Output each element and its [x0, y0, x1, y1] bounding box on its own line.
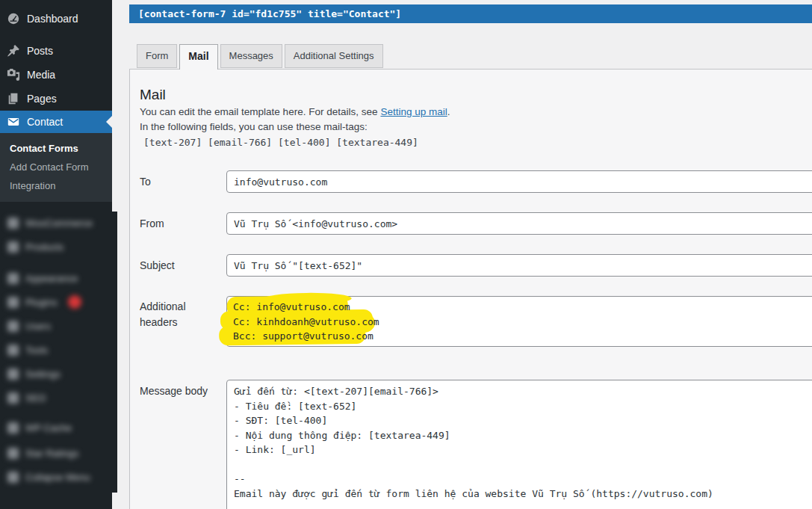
field-row-to: To [140, 170, 812, 193]
contact-submenu: Contact Forms Add Contact Form Integrati… [0, 133, 112, 202]
sidebar-item-label: Posts [27, 45, 53, 57]
sidebar-item-settings[interactable]: Settings [0, 363, 117, 385]
sidebar-item-label: Media [27, 69, 55, 81]
media-icon [7, 68, 20, 81]
sidebar-item-users[interactable]: Users [0, 315, 117, 337]
sidebar-item-contact[interactable]: Contact [0, 111, 112, 133]
wordpress-admin-screen: Dashboard Posts Media Pages Contact Cont… [0, 0, 812, 509]
sidebar-item-label: Dashboard [27, 13, 78, 25]
menu-icon [7, 218, 19, 229]
subject-input[interactable] [226, 254, 812, 277]
sidebar-item-pages[interactable]: Pages [0, 87, 112, 111]
envelope-icon [7, 115, 20, 129]
message-body-textarea[interactable]: Gửi đến từ: <[text-207][email-766]> - Ti… [226, 380, 812, 509]
shortcode-input[interactable]: [contact-form-7 id="fd1c755" title="Cont… [129, 4, 812, 23]
field-row-subject: Subject [140, 254, 812, 277]
sidebar-item-plugins[interactable]: Plugins [0, 291, 117, 313]
subject-label: Subject [140, 254, 223, 277]
to-input[interactable] [226, 170, 812, 193]
tab-messages[interactable]: Messages [220, 44, 282, 68]
sidebar-item-products[interactable]: Products [0, 235, 117, 258]
description-line-1: You can edit the email template here. Fo… [140, 105, 450, 120]
menu-icon [7, 273, 19, 284]
menu-icon [7, 321, 19, 332]
mail-panel: Mail You can edit the email template her… [129, 69, 812, 509]
blurred-sidebar-section: WooCommerce Products Appearance Plugins … [0, 212, 117, 493]
field-row-from: From [140, 212, 812, 235]
menu-icon [7, 368, 19, 380]
editor-tabs: Form Mail Messages Additional Settings [137, 44, 383, 70]
mail-tags-list: [text-207] [email-766] [tel-400] [textar… [140, 135, 450, 150]
panel-description: You can edit the email template here. Fo… [140, 105, 450, 150]
message-body-label: Message body [140, 380, 223, 402]
sidebar-item-collapse-menu[interactable]: Collapse Menu [0, 466, 117, 488]
panel-title: Mail [140, 87, 166, 103]
pages-icon [7, 92, 20, 105]
submenu-item-add-contact-form[interactable]: Add Contact Form [0, 158, 112, 176]
sidebar-item-star-ratings[interactable]: Star Ratings [0, 442, 117, 464]
additional-headers-textarea[interactable]: Cc: info@vutruso.com Cc: kinhdoanh@vutru… [226, 296, 812, 347]
tab-mail[interactable]: Mail [179, 44, 217, 70]
menu-icon [7, 345, 19, 356]
field-row-message-body: Message body Gửi đến từ: <[text-207][ema… [140, 380, 812, 509]
description-line-2: In the following fields, you can use the… [140, 120, 450, 135]
main-content: [contact-form-7 id="fd1c755" title="Cont… [112, 0, 812, 509]
sidebar-item-label: Contact [27, 116, 63, 128]
menu-icon [7, 448, 19, 459]
sidebar-item-label: Pages [27, 93, 57, 105]
to-label: To [140, 170, 223, 193]
from-input[interactable] [226, 212, 812, 235]
sidebar-item-media[interactable]: Media [0, 63, 112, 87]
sidebar-item-dashboard[interactable]: Dashboard [0, 7, 112, 31]
dashboard-icon [7, 12, 20, 25]
submenu-item-contact-forms[interactable]: Contact Forms [0, 139, 112, 158]
sidebar-item-appearance[interactable]: Appearance [0, 267, 117, 289]
menu-icon [7, 422, 19, 434]
sidebar-item-woocommerce[interactable]: WooCommerce [0, 212, 117, 234]
admin-sidebar: Dashboard Posts Media Pages Contact Cont… [0, 0, 112, 509]
setting-up-mail-link[interactable]: Setting up mail [380, 106, 447, 117]
additional-headers-text: Cc: info@vutruso.com Cc: kinhdoanh@vutru… [226, 296, 812, 348]
pushpin-icon [7, 44, 20, 58]
sidebar-item-posts[interactable]: Posts [0, 39, 112, 63]
collapse-arrow-icon [7, 472, 19, 483]
menu-icon [7, 241, 19, 253]
sidebar-item-wp-cache[interactable]: WP Cache [0, 416, 117, 439]
field-row-additional-headers: Additional headers Cc: info@vutr [140, 296, 812, 347]
tab-form[interactable]: Form [137, 44, 177, 68]
submenu-item-integration[interactable]: Integration [0, 176, 112, 195]
plugins-update-badge [68, 295, 81, 309]
sidebar-item-tools[interactable]: Tools [0, 339, 117, 361]
sidebar-item-seo[interactable]: SEO [0, 386, 117, 409]
tab-additional-settings[interactable]: Additional Settings [285, 44, 383, 68]
from-label: From [140, 212, 223, 235]
menu-icon [7, 297, 19, 308]
menu-icon [7, 392, 19, 404]
additional-headers-label: Additional headers [140, 296, 223, 330]
